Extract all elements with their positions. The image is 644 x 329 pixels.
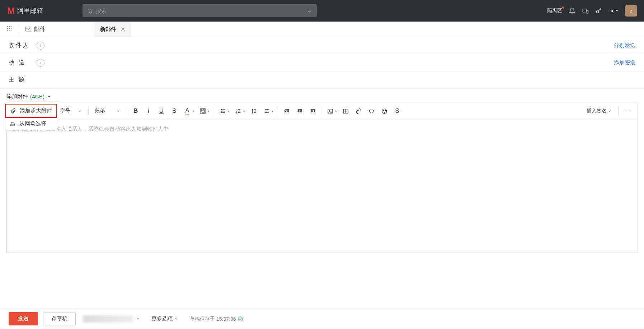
svg-rect-6 <box>586 10 588 13</box>
logo-icon: M <box>7 5 15 17</box>
svg-point-57 <box>625 111 626 112</box>
signature-select[interactable]: 插入签名 <box>583 105 615 117</box>
save-draft-button[interactable]: 存草稿 <box>43 312 76 325</box>
text-color-button[interactable]: A▾ <box>182 105 196 117</box>
recipient-row: 收件人 + 分别发送 <box>0 37 644 54</box>
indent-button[interactable] <box>281 105 292 117</box>
saved-time: 15:37:36 <box>216 316 236 322</box>
paragraph-select[interactable]: 段落 <box>91 105 124 117</box>
bold-button[interactable]: B <box>130 105 141 117</box>
strike-button[interactable]: S <box>169 105 180 117</box>
check-circle-icon <box>238 316 243 322</box>
avatar[interactable]: z <box>625 5 637 17</box>
cc-row: 抄 送 + 添加密送 <box>0 54 644 71</box>
table-button[interactable] <box>340 105 351 117</box>
divider <box>18 25 18 33</box>
align-button[interactable]: ▾ <box>261 105 275 117</box>
chevron-down-icon <box>136 317 140 321</box>
attachment-row[interactable]: 添加附件 (4GB) 添加超大附件 从网盘选择 <box>0 89 644 102</box>
mail-icon <box>25 26 32 33</box>
attach-label: 添加附件 <box>6 93 28 100</box>
apps-grid-icon[interactable] <box>4 23 14 35</box>
add-recipient-button[interactable]: + <box>37 42 44 50</box>
bullet-list-button[interactable]: ▾ <box>217 105 231 117</box>
recipient-label: 收件人 <box>9 42 37 49</box>
editor-body[interactable]: 你只需要在@后面输入联系人，系统就会自动将此人加到收件人中 <box>6 120 638 253</box>
svg-point-21 <box>221 111 221 111</box>
tabs-bar: 邮件 新邮件 ✕ <box>0 22 644 37</box>
close-icon[interactable]: ✕ <box>120 26 126 33</box>
outdent-button[interactable] <box>294 105 305 117</box>
svg-point-15 <box>7 30 8 31</box>
tab-label: 新邮件 <box>100 26 116 33</box>
svg-point-58 <box>627 111 628 112</box>
quarantine-link[interactable]: 隔离区 <box>547 8 562 14</box>
attachment-dropdown: 添加超大附件 从网盘选择 <box>5 104 57 130</box>
image-button[interactable]: ▾ <box>324 105 338 117</box>
chevron-down-icon <box>174 317 178 321</box>
subject-row: 主 题 <box>0 71 644 89</box>
svg-text:3: 3 <box>236 112 237 113</box>
underline-button[interactable]: U <box>156 105 167 117</box>
editor-toolbar: 字体 字号 段落 B I U S A▾ A▾ ▾ 123▾ ▾ ▾ S 插入签名 <box>6 102 638 120</box>
gear-icon[interactable] <box>608 8 619 14</box>
bg-color-button[interactable]: A▾ <box>197 105 211 117</box>
svg-point-13 <box>9 28 10 29</box>
from-select[interactable] <box>83 315 140 323</box>
outdent2-button[interactable] <box>307 105 318 117</box>
svg-point-17 <box>11 30 12 31</box>
header-right: 隔离区 z <box>547 5 637 17</box>
clear-format-button[interactable]: S <box>391 105 403 117</box>
tab-new-mail[interactable]: 新邮件 ✕ <box>94 22 131 37</box>
add-bcc-link[interactable]: 添加密送 <box>614 59 635 66</box>
paperclip-icon <box>10 108 16 114</box>
svg-point-10 <box>9 26 10 27</box>
send-separately-link[interactable]: 分别发送 <box>614 42 635 49</box>
svg-point-56 <box>385 110 385 111</box>
line-height-button[interactable] <box>248 105 259 117</box>
search-icon <box>87 8 93 14</box>
more-options-button[interactable]: 更多选项 <box>151 315 178 322</box>
chevron-down-icon <box>47 94 51 99</box>
number-list-button[interactable]: 123▾ <box>232 105 246 117</box>
font-size-select[interactable]: 字号 <box>57 105 85 117</box>
send-button[interactable]: 发送 <box>9 312 38 325</box>
svg-point-11 <box>11 26 12 27</box>
add-cc-button[interactable]: + <box>37 59 44 67</box>
svg-point-12 <box>7 28 8 29</box>
subject-label: 主 题 <box>9 76 37 84</box>
emoji-button[interactable] <box>379 105 390 117</box>
attach-size: (4GB) <box>30 93 44 99</box>
svg-point-9 <box>7 26 8 27</box>
svg-point-7 <box>596 10 598 13</box>
key-icon[interactable] <box>595 8 602 14</box>
search-input[interactable] <box>96 8 306 14</box>
drive-icon <box>10 121 16 127</box>
more-button[interactable] <box>621 105 633 117</box>
saved-status: 草稿保存于 15:37:36 <box>190 316 243 322</box>
devices-icon[interactable] <box>582 8 589 14</box>
svg-point-59 <box>629 111 630 112</box>
logo-text: 阿里邮箱 <box>17 6 43 15</box>
svg-rect-18 <box>26 27 31 31</box>
svg-point-14 <box>11 28 12 29</box>
svg-point-50 <box>329 110 330 111</box>
tab-mail-label: 邮件 <box>34 26 46 33</box>
tab-mail[interactable]: 邮件 <box>22 26 48 33</box>
logo[interactable]: M 阿里邮箱 <box>7 5 43 17</box>
filter-icon[interactable] <box>306 8 312 14</box>
notification-dot <box>562 6 564 9</box>
add-large-attachment-item[interactable]: 添加超大附件 <box>5 104 57 118</box>
italic-button[interactable]: I <box>143 105 154 117</box>
search-box[interactable] <box>83 4 317 17</box>
compose-footer: 发送 存草稿 更多选项 草稿保存于 15:37:36 <box>0 308 644 329</box>
cc-label: 抄 送 <box>9 59 37 66</box>
svg-point-23 <box>221 112 221 113</box>
code-button[interactable] <box>366 105 377 117</box>
link-button[interactable] <box>353 105 364 117</box>
svg-point-16 <box>9 30 10 31</box>
svg-line-1 <box>91 12 92 13</box>
svg-point-54 <box>382 109 387 113</box>
choose-from-drive-item[interactable]: 从网盘选择 <box>5 117 57 130</box>
bell-icon[interactable] <box>569 8 575 14</box>
